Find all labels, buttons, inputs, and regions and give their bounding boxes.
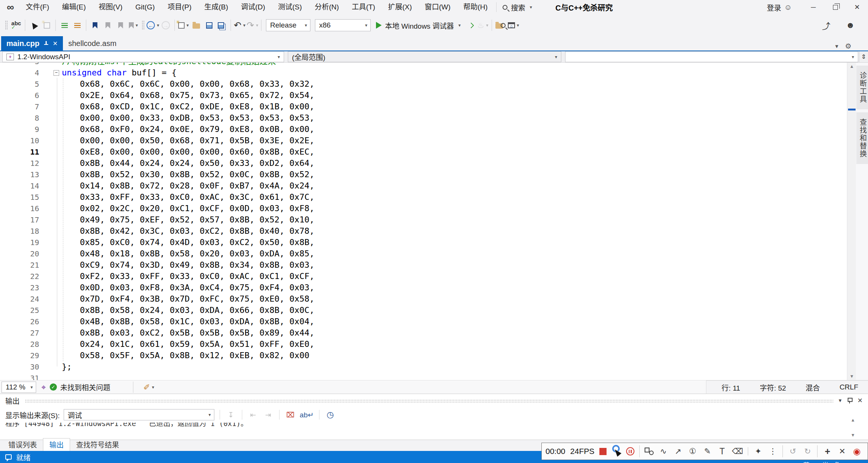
fold-collapse-icon[interactable]: − bbox=[53, 70, 59, 76]
search-box[interactable]: 搜索 ▾ bbox=[496, 2, 538, 12]
redo-button[interactable]: ↻ bbox=[802, 447, 812, 456]
hot-reload-button[interactable]: ♨▾ bbox=[477, 18, 489, 32]
tab-output[interactable]: 输出 bbox=[43, 438, 70, 451]
clear-bookmarks-button[interactable]: ▾ bbox=[127, 18, 140, 32]
eraser-tool-button[interactable]: ⌫ bbox=[732, 447, 743, 456]
output-source-select[interactable]: 调试 ▾ bbox=[64, 409, 214, 420]
menu-item[interactable]: 工具(T) bbox=[345, 0, 382, 14]
code-line-22[interactable]: 220xF2, 0x33, 0xFF, 0x33, 0xC0, 0xAC, 0x… bbox=[0, 271, 847, 282]
toggle-bookmark-button[interactable] bbox=[89, 18, 101, 32]
project-select[interactable]: +1.2-WindowsAPI ▾ bbox=[2, 51, 284, 62]
undo-button[interactable]: ↺ bbox=[788, 447, 798, 456]
split-window-button[interactable]: ⇕ bbox=[859, 51, 868, 62]
code-cleanup-button[interactable]: ✐▾ bbox=[142, 380, 155, 394]
open-file-button[interactable] bbox=[190, 18, 203, 32]
code-line-29[interactable]: 290x58, 0x5F, 0x5A, 0x8B, 0x12, 0xEB, 0x… bbox=[0, 350, 847, 361]
code-line-6[interactable]: 60x2E, 0x64, 0x68, 0x75, 0x73, 0x65, 0x7… bbox=[0, 90, 847, 101]
feedback-button[interactable]: ☻ bbox=[844, 18, 857, 32]
menu-item[interactable]: 窗口(W) bbox=[418, 0, 457, 14]
member-select[interactable]: ▾ bbox=[565, 51, 858, 62]
editor-vertical-scrollbar[interactable]: ▲ ▼ bbox=[847, 63, 856, 380]
tab-find-symbol-results[interactable]: 查找符号结果 bbox=[70, 438, 125, 451]
code-line-14[interactable]: 140x14, 0x8B, 0x72, 0x28, 0x0F, 0xB7, 0x… bbox=[0, 180, 847, 192]
menu-item[interactable]: 编辑(E) bbox=[56, 0, 92, 14]
pin-icon[interactable] bbox=[43, 41, 49, 46]
tab-find-replace[interactable]: 查找和替换 bbox=[856, 112, 868, 164]
navigate-back-button[interactable]: ←▾ bbox=[147, 18, 159, 32]
code-line-11[interactable]: 110xE8, 0x00, 0x00, 0x00, 0x00, 0x60, 0x… bbox=[0, 146, 847, 158]
next-message-button[interactable]: ⇥ bbox=[263, 411, 274, 419]
navigate-forward-button[interactable]: → bbox=[159, 18, 172, 32]
tab-main-cpp[interactable]: main.cpp ✕ bbox=[1, 36, 63, 51]
feedback-bubble-icon[interactable] bbox=[5, 454, 12, 460]
code-line-23[interactable]: 230x0D, 0x03, 0xF8, 0x3A, 0xC4, 0x75, 0x… bbox=[0, 282, 847, 293]
code-line-8[interactable]: 80x00, 0x00, 0x33, 0xDB, 0x53, 0x53, 0x5… bbox=[0, 112, 847, 124]
code-line-24[interactable]: 240x7D, 0xF4, 0x3B, 0x7D, 0xFC, 0x75, 0x… bbox=[0, 293, 847, 305]
timestamp-button[interactable]: ◷ bbox=[325, 410, 336, 420]
arrow-tool-button[interactable]: ↗ bbox=[673, 447, 683, 456]
text-tool-button[interactable]: T bbox=[717, 446, 727, 457]
menu-item[interactable]: Git(G) bbox=[129, 0, 161, 14]
redo-button[interactable]: ↷▾ bbox=[246, 18, 259, 32]
code-line-4[interactable]: 4−unsigned char buf[] = { bbox=[0, 67, 847, 78]
scroll-up-icon[interactable]: ▲ bbox=[847, 63, 856, 70]
highlight-tool-button[interactable]: ✦ bbox=[753, 447, 763, 456]
code-line-31[interactable]: 31 bbox=[0, 373, 847, 380]
configuration-select[interactable]: Release▾ bbox=[266, 19, 310, 31]
close-button[interactable]: ✕ bbox=[846, 0, 868, 14]
record-indicator-icon[interactable]: ◉ bbox=[852, 446, 862, 457]
menu-item[interactable]: 视图(V) bbox=[92, 0, 129, 14]
menu-item[interactable]: 项目(P) bbox=[161, 0, 198, 14]
word-wrap-button[interactable]: ab↵ bbox=[300, 411, 314, 419]
save-all-button[interactable] bbox=[215, 18, 228, 32]
chevron-down-icon[interactable]: ▾ bbox=[839, 397, 842, 404]
format-document-button[interactable] bbox=[58, 18, 71, 32]
code-editor[interactable]: 3//将刚刚在msf中生成的calc的shellcode复制粘贴过来4−unsi… bbox=[0, 63, 847, 380]
code-line-28[interactable]: 280x24, 0x1C, 0x61, 0x59, 0x5A, 0x51, 0x… bbox=[0, 339, 847, 350]
code-line-26[interactable]: 260x4B, 0x8B, 0x58, 0x1C, 0x03, 0xDA, 0x… bbox=[0, 316, 847, 327]
prev-message-button[interactable]: ⇤ bbox=[248, 411, 259, 419]
scroll-up-icon[interactable]: ▲ bbox=[851, 417, 855, 423]
find-in-files-button[interactable] bbox=[494, 18, 507, 32]
code-line-10[interactable]: 100x00, 0x00, 0x50, 0x68, 0x71, 0x5B, 0x… bbox=[0, 135, 847, 146]
minimize-button[interactable]: ─ bbox=[802, 0, 824, 14]
code-line-25[interactable]: 250x8B, 0x58, 0x24, 0x03, 0xDA, 0x66, 0x… bbox=[0, 305, 847, 316]
code-line-20[interactable]: 200x48, 0x18, 0x8B, 0x58, 0x20, 0x03, 0x… bbox=[0, 248, 847, 259]
close-recorder-button[interactable]: ✕ bbox=[837, 447, 847, 456]
tab-shellcode-asm[interactable]: shellcode.asm bbox=[63, 36, 122, 51]
platform-select[interactable]: x86▾ bbox=[315, 19, 371, 31]
menu-item[interactable]: 测试(S) bbox=[272, 0, 308, 14]
output-scrollbar[interactable]: ▲ ▼ bbox=[851, 417, 855, 438]
menu-item[interactable]: 调试(D) bbox=[235, 0, 272, 14]
code-line-27[interactable]: 270x8B, 0x03, 0xC2, 0x5B, 0x5B, 0x5B, 0x… bbox=[0, 327, 847, 339]
code-line-7[interactable]: 70x68, 0xCD, 0x1C, 0xC2, 0xDE, 0xE8, 0x1… bbox=[0, 101, 847, 112]
code-line-19[interactable]: 190x85, 0xC0, 0x74, 0x4D, 0x03, 0xC2, 0x… bbox=[0, 237, 847, 248]
goto-message-button[interactable]: ↧ bbox=[225, 411, 237, 419]
scroll-down-icon[interactable]: ▼ bbox=[847, 373, 856, 380]
code-line-21[interactable]: 210xC9, 0x74, 0x3D, 0x49, 0x8B, 0x34, 0x… bbox=[0, 259, 847, 271]
pin-icon[interactable] bbox=[847, 397, 852, 403]
freehand-tool-button[interactable]: ∿ bbox=[659, 447, 668, 456]
code-line-16[interactable]: 160x02, 0x2C, 0x20, 0xC1, 0xCF, 0x0D, 0x… bbox=[0, 203, 847, 214]
code-line-12[interactable]: 120x8B, 0x44, 0x24, 0x24, 0x50, 0x33, 0x… bbox=[0, 158, 847, 169]
save-button[interactable] bbox=[203, 18, 215, 32]
output-header[interactable]: 输出 ▾ ✕ bbox=[0, 394, 868, 407]
move-toolbar-handle[interactable]: + bbox=[822, 446, 832, 457]
tab-diagnostic-tools[interactable]: 诊断工具 bbox=[856, 66, 868, 109]
toolbar-grip[interactable] bbox=[5, 20, 8, 30]
menu-item[interactable]: 文件(F) bbox=[19, 0, 55, 14]
close-icon[interactable]: ✕ bbox=[53, 40, 58, 47]
pencil-tool-button[interactable]: ✎ bbox=[703, 447, 712, 456]
close-icon[interactable]: ✕ bbox=[857, 397, 863, 405]
toolbar-grip[interactable] bbox=[142, 20, 145, 30]
tab-error-list[interactable]: 错误列表 bbox=[2, 438, 43, 451]
menu-item[interactable]: 扩展(X) bbox=[382, 0, 418, 14]
text-macro-button[interactable]: abc✓ bbox=[10, 18, 23, 32]
select-tool-button[interactable] bbox=[28, 18, 40, 32]
tab-list-chevron-icon[interactable]: ▾ bbox=[835, 43, 838, 50]
restore-button[interactable] bbox=[824, 0, 846, 14]
pause-record-button[interactable] bbox=[626, 447, 634, 455]
start-without-debugging-button[interactable] bbox=[464, 18, 477, 32]
signin-button[interactable]: 登录 ☺ bbox=[767, 2, 792, 12]
menu-item[interactable]: 生成(B) bbox=[198, 0, 234, 14]
